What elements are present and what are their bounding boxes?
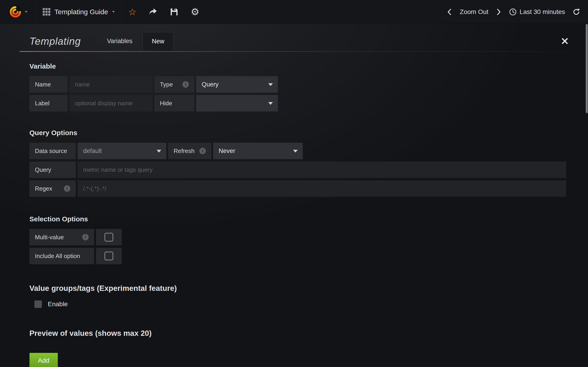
regex-input[interactable] bbox=[78, 180, 566, 197]
value-groups-heading: Value groups/tags (Experimental feature) bbox=[29, 284, 566, 293]
zoom-out-button[interactable]: Zoom Out bbox=[456, 0, 492, 24]
time-range-button[interactable]: Last 30 minutes bbox=[505, 0, 569, 24]
checkbox-icon bbox=[104, 233, 113, 242]
share-dashboard-button[interactable] bbox=[143, 0, 164, 24]
refresh-select[interactable]: Never bbox=[213, 143, 303, 159]
query-options-heading: Query Options bbox=[29, 129, 566, 137]
star-icon: ☆ bbox=[128, 7, 137, 17]
tab-variables[interactable]: Variables bbox=[97, 38, 143, 51]
navbar: Templating Guide ☆ ⚙ bbox=[0, 0, 588, 24]
variable-label-input[interactable] bbox=[69, 95, 153, 111]
multi-value-label: Multi-value i bbox=[29, 229, 94, 245]
editor-tabs: Variables New bbox=[97, 32, 174, 51]
variable-name-input[interactable] bbox=[69, 76, 153, 93]
multi-value-label-text: Multi-value bbox=[35, 234, 64, 241]
include-all-label: Include All option bbox=[29, 248, 94, 264]
zoom-out-label: Zoom Out bbox=[460, 8, 488, 16]
preview-heading: Preview of values (shows max 20) bbox=[29, 329, 566, 338]
refresh-value: Never bbox=[219, 148, 235, 155]
share-icon bbox=[149, 8, 157, 16]
chevron-down-icon bbox=[25, 11, 27, 13]
chevron-down-icon bbox=[157, 150, 161, 152]
scrollbar-thumb[interactable] bbox=[586, 24, 588, 113]
editor-content: Variable Name Type i Query Label Hide Qu… bbox=[0, 62, 588, 367]
dashboard-title: Templating Guide bbox=[54, 8, 108, 16]
templating-editor-header: Templating Variables New bbox=[19, 24, 569, 51]
regex-row: Regex i bbox=[29, 180, 566, 197]
variable-type-select[interactable]: Query bbox=[196, 76, 278, 93]
type-label: Type i bbox=[154, 76, 194, 93]
selection-options-heading: Selection Options bbox=[29, 215, 566, 223]
hide-label: Hide bbox=[154, 95, 194, 111]
multi-value-row: Multi-value i bbox=[29, 229, 566, 245]
time-range-label: Last 30 minutes bbox=[519, 8, 565, 16]
variable-label-row: Label Hide bbox=[29, 95, 566, 111]
clock-icon bbox=[509, 8, 517, 16]
datasource-row: Data source default Refresh i Never bbox=[29, 143, 566, 159]
close-editor-button[interactable] bbox=[561, 38, 568, 45]
type-label-text: Type bbox=[160, 81, 173, 88]
variable-name-row: Name Type i Query bbox=[29, 76, 566, 93]
save-icon bbox=[170, 8, 178, 16]
navbar-time-controls: Zoom Out Last 30 minutes bbox=[443, 0, 588, 24]
checkbox-icon bbox=[104, 252, 113, 260]
datasource-value: default bbox=[83, 148, 102, 155]
info-icon[interactable]: i bbox=[182, 81, 189, 88]
refresh-label-text: Refresh bbox=[174, 148, 195, 155]
refresh-icon bbox=[572, 8, 580, 16]
query-input[interactable] bbox=[78, 161, 566, 178]
chevron-left-icon bbox=[447, 8, 452, 16]
enable-label: Enable bbox=[48, 300, 68, 308]
chevron-right-icon bbox=[496, 8, 502, 16]
tab-underline bbox=[19, 51, 569, 52]
dashboard-settings-button[interactable]: ⚙ bbox=[184, 0, 206, 24]
grafana-logo-icon bbox=[8, 5, 23, 19]
regex-label: Regex i bbox=[29, 180, 76, 197]
name-label: Name bbox=[29, 76, 68, 93]
org-menu-button[interactable] bbox=[0, 0, 36, 24]
variable-hide-select[interactable] bbox=[196, 95, 278, 111]
info-icon[interactable]: i bbox=[199, 148, 206, 154]
app-root: Templating Guide ☆ ⚙ bbox=[0, 0, 588, 367]
chevron-down-icon bbox=[268, 102, 273, 105]
include-all-checkbox[interactable] bbox=[96, 248, 122, 264]
chevron-down-icon bbox=[112, 11, 115, 13]
include-all-row: Include All option bbox=[29, 248, 566, 264]
dashboard-title-button[interactable]: Templating Guide bbox=[36, 0, 122, 24]
add-button[interactable]: Add bbox=[29, 353, 58, 367]
page-title: Templating bbox=[29, 35, 81, 47]
save-dashboard-button[interactable] bbox=[164, 0, 184, 24]
refresh-button[interactable] bbox=[569, 0, 584, 24]
time-shift-back-button[interactable] bbox=[443, 0, 456, 24]
datasource-select[interactable]: default bbox=[78, 143, 166, 159]
info-icon[interactable]: i bbox=[64, 185, 70, 192]
variable-section-heading: Variable bbox=[29, 62, 566, 70]
label-label: Label bbox=[29, 95, 68, 111]
chevron-down-icon bbox=[293, 150, 298, 152]
enable-checkbox[interactable] bbox=[35, 300, 42, 308]
refresh-label: Refresh i bbox=[168, 143, 211, 159]
variable-type-value: Query bbox=[202, 81, 219, 88]
chevron-down-icon bbox=[268, 83, 273, 86]
query-label: Query bbox=[29, 161, 76, 178]
tab-new[interactable]: New bbox=[142, 32, 174, 51]
time-shift-forward-button[interactable] bbox=[492, 0, 505, 24]
query-row: Query bbox=[29, 161, 566, 178]
dashboard-grid-icon bbox=[43, 8, 50, 16]
gear-icon: ⚙ bbox=[191, 7, 199, 17]
datasource-label: Data source bbox=[29, 143, 76, 159]
regex-label-text: Regex bbox=[35, 185, 52, 192]
info-icon[interactable]: i bbox=[82, 234, 89, 240]
enable-row: Enable bbox=[35, 300, 566, 308]
multi-value-checkbox[interactable] bbox=[96, 229, 122, 245]
star-dashboard-button[interactable]: ☆ bbox=[122, 0, 143, 24]
close-icon bbox=[561, 38, 568, 44]
